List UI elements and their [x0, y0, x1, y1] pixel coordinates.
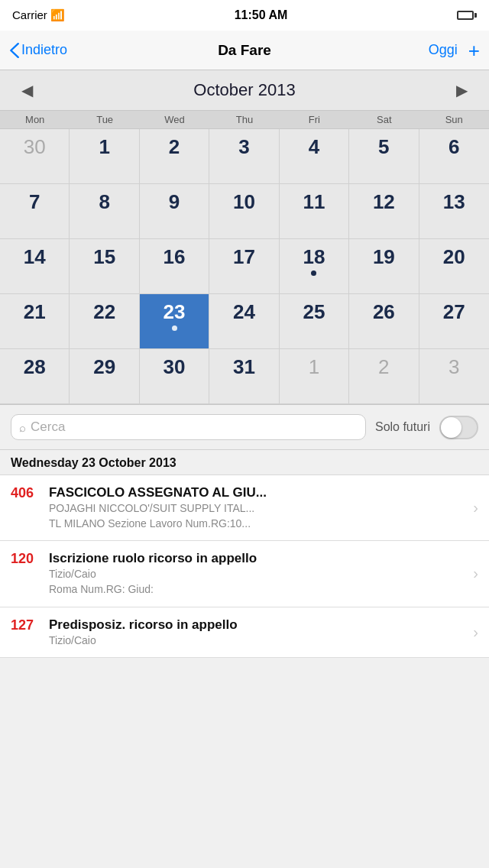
- calendar-day[interactable]: 23: [140, 294, 209, 349]
- battery-body: [457, 11, 474, 20]
- calendar-day[interactable]: 29: [70, 349, 139, 404]
- carrier-label: Carrier: [12, 8, 47, 21]
- chevron-right-icon: ›: [468, 623, 478, 641]
- day-number: 7: [29, 190, 40, 214]
- day-number: 22: [93, 300, 115, 324]
- search-box[interactable]: ⌕ Cerca: [11, 414, 366, 440]
- day-number: 13: [443, 190, 465, 214]
- page-title: Da Fare: [78, 42, 411, 59]
- time-label: 11:50 AM: [235, 8, 288, 22]
- calendar-day[interactable]: 31: [209, 349, 279, 404]
- calendar-day[interactable]: 6: [419, 129, 489, 184]
- calendar: ◀ October 2013 ▶ MonTueWedThuFriSatSun 3…: [0, 70, 489, 405]
- item-sub1: Tizio/Caio: [49, 633, 468, 649]
- weekday-label: Fri: [280, 111, 349, 128]
- calendar-day[interactable]: 7: [0, 184, 70, 239]
- day-number: 1: [99, 135, 109, 159]
- add-button[interactable]: +: [468, 40, 480, 60]
- toggle-knob: [441, 417, 461, 438]
- day-number: 24: [233, 300, 255, 324]
- day-number: 23: [164, 300, 186, 324]
- calendar-day[interactable]: 14: [0, 239, 70, 294]
- calendar-day[interactable]: 13: [419, 184, 489, 239]
- day-number: 27: [443, 300, 465, 324]
- day-number: 31: [233, 355, 255, 379]
- calendar-day[interactable]: 12: [349, 184, 419, 239]
- weekday-label: Wed: [140, 111, 209, 128]
- weekday-label: Tue: [70, 111, 139, 128]
- calendar-day[interactable]: 24: [209, 294, 279, 349]
- month-title: October 2013: [193, 80, 295, 100]
- item-number: 120: [11, 550, 49, 567]
- back-label: Indietro: [21, 42, 67, 58]
- solo-futuri-toggle[interactable]: [439, 416, 478, 439]
- calendar-day[interactable]: 11: [280, 184, 349, 239]
- calendar-day[interactable]: 30: [0, 129, 70, 184]
- calendar-day[interactable]: 17: [209, 239, 279, 294]
- calendar-day[interactable]: 5: [349, 129, 419, 184]
- calendar-day[interactable]: 25: [280, 294, 349, 349]
- list-item[interactable]: 406FASCICOLO ASSEGNATO AL GIU...POJAGHI …: [0, 475, 489, 541]
- calendar-day[interactable]: 16: [140, 239, 209, 294]
- calendar-grid: 3012345678910111213141516171819202122232…: [0, 129, 489, 404]
- item-sub2: Roma Num.RG: Giud:: [49, 582, 468, 598]
- calendar-day[interactable]: 30: [140, 349, 209, 404]
- item-number: 127: [11, 617, 49, 633]
- weekday-label: Sun: [419, 111, 489, 128]
- event-dot: [172, 326, 177, 331]
- item-sub1: Tizio/Caio: [49, 567, 468, 582]
- calendar-header: ◀ October 2013 ▶: [0, 70, 489, 110]
- day-number: 9: [169, 190, 180, 214]
- day-number: 1: [309, 355, 319, 379]
- calendar-day[interactable]: 9: [140, 184, 209, 239]
- calendar-day[interactable]: 19: [349, 239, 419, 294]
- calendar-day[interactable]: 18: [280, 239, 349, 294]
- day-number: 30: [164, 355, 186, 379]
- day-number: 3: [449, 355, 459, 379]
- day-number: 20: [443, 245, 465, 269]
- calendar-day[interactable]: 2: [140, 129, 209, 184]
- prev-month-button[interactable]: ◀: [15, 78, 39, 102]
- item-title: Predisposiz. ricorso in appello: [49, 617, 468, 633]
- battery-indicator: [457, 11, 477, 20]
- list-container: 406FASCICOLO ASSEGNATO AL GIU...POJAGHI …: [0, 475, 489, 658]
- calendar-day[interactable]: 2: [349, 349, 419, 404]
- calendar-day[interactable]: 27: [419, 294, 489, 349]
- calendar-day[interactable]: 1: [280, 349, 349, 404]
- calendar-day[interactable]: 15: [70, 239, 139, 294]
- event-dot: [311, 270, 316, 276]
- day-number: 17: [233, 245, 255, 269]
- weekday-label: Thu: [209, 111, 279, 128]
- calendar-day[interactable]: 26: [349, 294, 419, 349]
- day-number: 29: [93, 355, 115, 379]
- calendar-day[interactable]: 21: [0, 294, 70, 349]
- back-button[interactable]: Indietro: [9, 42, 78, 58]
- day-number: 16: [164, 245, 186, 269]
- calendar-day[interactable]: 1: [70, 129, 139, 184]
- calendar-day[interactable]: 8: [70, 184, 139, 239]
- item-sub2: TL MILANO Sezione Lavoro Num.RG:10...: [49, 517, 468, 532]
- item-sub1: POJAGHI NICCOLO'/SUIT SUPPLY ITAL...: [49, 501, 468, 517]
- weekday-labels: MonTueWedThuFriSatSun: [0, 110, 489, 129]
- calendar-day[interactable]: 3: [209, 129, 279, 184]
- day-number: 6: [449, 135, 459, 159]
- calendar-day[interactable]: 10: [209, 184, 279, 239]
- today-button[interactable]: Oggi: [429, 42, 458, 58]
- day-number: 2: [378, 355, 389, 379]
- day-number: 14: [24, 245, 46, 269]
- list-item[interactable]: 127Predisposiz. ricorso in appelloTizio/…: [0, 607, 489, 659]
- day-number: 8: [99, 190, 109, 214]
- list-item[interactable]: 120Iscrizione ruolo ricorso in appelloTi…: [0, 541, 489, 607]
- day-number: 11: [303, 190, 325, 214]
- carrier-wifi: Carrier 📶: [12, 8, 65, 22]
- calendar-day[interactable]: 22: [70, 294, 139, 349]
- chevron-right-icon: ›: [468, 565, 478, 582]
- calendar-day[interactable]: 4: [280, 129, 349, 184]
- search-placeholder: Cerca: [31, 419, 65, 435]
- calendar-day[interactable]: 28: [0, 349, 70, 404]
- next-month-button[interactable]: ▶: [450, 78, 474, 102]
- nav-bar: Indietro Da Fare Oggi +: [0, 31, 489, 70]
- calendar-day[interactable]: 3: [419, 349, 489, 404]
- item-title: Iscrizione ruolo ricorso in appello: [49, 550, 468, 567]
- calendar-day[interactable]: 20: [419, 239, 489, 294]
